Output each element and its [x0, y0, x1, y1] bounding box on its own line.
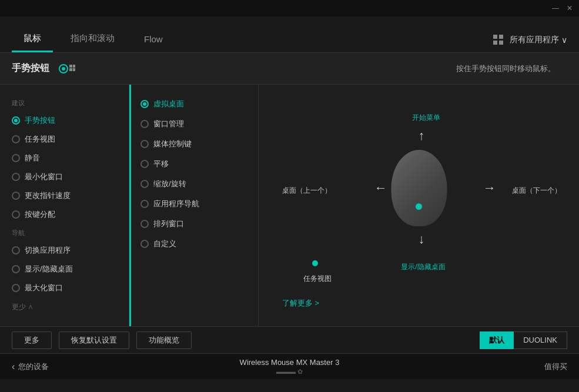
- radio-show-hide-desktop: [12, 265, 20, 273]
- device-back-button[interactable]: ‹ 您的设备: [12, 361, 49, 372]
- section-header: 手势按钮 按住手势按钮同时移动鼠标。: [0, 53, 579, 85]
- label-show-hide-desktop: 显示/隐藏桌面: [401, 262, 445, 272]
- list-item-task-view[interactable]: 任务视图: [0, 130, 129, 149]
- section-icons: [59, 62, 75, 75]
- list-item-minimize-window[interactable]: 最小化窗口: [0, 167, 129, 186]
- arrow-right: →: [483, 180, 496, 196]
- statusbar: ‹ 您的设备 Wireless Mouse MX Master 3 ▬▬▬ ✿ …: [0, 353, 579, 379]
- middle-item-app-nav[interactable]: 应用程序导航: [131, 194, 258, 214]
- device-name: Wireless Mouse MX Master 3 ▬▬▬ ✿: [240, 358, 340, 376]
- radio-gesture-button: [12, 116, 20, 125]
- list-item-show-hide-desktop[interactable]: 显示/隐藏桌面: [0, 260, 129, 279]
- radio-app-nav: [140, 200, 149, 208]
- radio-window-management: [140, 120, 149, 128]
- middle-item-zoom-rotate[interactable]: 缩放/旋转: [131, 174, 258, 194]
- middle-item-pan[interactable]: 平移: [131, 154, 258, 174]
- statusbar-right: 值得买: [544, 361, 567, 372]
- svg-rect-3: [73, 65, 75, 68]
- tab-flow[interactable]: Flow: [132, 28, 175, 52]
- middle-item-window-management[interactable]: 窗口管理: [131, 114, 258, 134]
- arrow-up: ↑: [418, 128, 424, 143]
- bottom-toolbar: 更多 恢复默认设置 功能概览 默认 DUOLINK: [0, 326, 579, 353]
- content-area: 建议 手势按钮 任务视图 静音 最小化窗口 更改指针速度 按键分配 导航: [0, 85, 579, 326]
- label-desktop-next: 桌面（下一个）: [512, 185, 561, 195]
- radio-mute: [12, 154, 20, 162]
- section-description: 按住手势按钮同时移动鼠标。: [456, 63, 555, 74]
- reset-button[interactable]: 恢复默认设置: [59, 331, 129, 349]
- section-header-row: 手势按钮 按住手势按钮同时移动鼠标。: [12, 62, 567, 75]
- app-selector-area: 所有应用程序 ∨: [493, 35, 567, 45]
- radio-change-pointer-speed: [12, 192, 20, 200]
- radio-maximize-window: [12, 284, 20, 292]
- right-panel: 开始菜单 ↑ 桌面（上一个） ← 桌面（下一个） → ↓ 显示/隐藏桌面 任务视…: [259, 85, 579, 326]
- radio-arrange-windows: [140, 220, 149, 228]
- list-item-change-pointer-speed[interactable]: 更改指针速度: [0, 186, 129, 205]
- list-item-key-assignment[interactable]: 按键分配: [0, 205, 129, 224]
- label-desktop-prev: 桌面（上一个）: [282, 185, 332, 195]
- top-navigation: 鼠标 指向和滚动 Flow 所有应用程序 ∨: [0, 16, 579, 53]
- mouse-body: [391, 150, 447, 226]
- close-button[interactable]: ✕: [565, 4, 574, 13]
- gesture-button-dot: [416, 203, 422, 210]
- category-navigation: 导航: [0, 226, 129, 241]
- middle-item-custom[interactable]: 自定义: [131, 234, 258, 254]
- radio-minimize-window: [12, 173, 20, 181]
- middle-item-media-control[interactable]: 媒体控制键: [131, 134, 258, 154]
- svg-rect-5: [73, 68, 75, 71]
- radio-switch-app: [12, 246, 20, 254]
- titlebar: — ✕: [0, 0, 579, 16]
- learn-more-link[interactable]: 了解更多 >: [282, 298, 319, 309]
- grid-view-icon[interactable]: [493, 35, 504, 45]
- duolink-button[interactable]: DUOLINK: [514, 331, 567, 349]
- list-item-switch-app[interactable]: 切换应用程序: [0, 241, 129, 260]
- app-selector[interactable]: 所有应用程序 ∨: [510, 35, 567, 45]
- tab-pointing[interactable]: 指向和滚动: [59, 27, 126, 52]
- middle-item-arrange-windows[interactable]: 排列窗口: [131, 214, 258, 234]
- category-suggestions: 建议: [0, 96, 129, 111]
- radio-virtual-desktop: [140, 100, 149, 108]
- middle-panel: 虚拟桌面 窗口管理 媒体控制键 平移 缩放/旋转 应用程序导航 排列窗口 自定: [129, 85, 259, 326]
- list-item-gesture-button[interactable]: 手势按钮: [0, 111, 129, 130]
- radio-key-assignment: [12, 210, 20, 219]
- toolbar-right: 默认 DUOLINK: [480, 331, 567, 349]
- more-less-toggle[interactable]: 更少 ∧: [0, 297, 129, 317]
- minimize-button[interactable]: —: [551, 4, 560, 13]
- arrow-down: ↓: [418, 232, 424, 247]
- label-task-view: 任务视图: [303, 274, 332, 284]
- more-button[interactable]: 更多: [12, 331, 52, 349]
- tab-mouse[interactable]: 鼠标: [12, 27, 53, 52]
- arrow-left: ←: [374, 180, 387, 196]
- gesture-icon: [59, 62, 75, 75]
- radio-zoom-rotate: [140, 180, 149, 188]
- radio-media-control: [140, 140, 149, 148]
- taskview-dot: [312, 260, 318, 266]
- svg-rect-2: [69, 65, 72, 68]
- svg-rect-4: [69, 68, 72, 71]
- overview-button[interactable]: 功能概览: [136, 331, 192, 349]
- radio-pan: [140, 160, 149, 168]
- label-start-menu: 开始菜单: [412, 113, 440, 123]
- list-item-mute[interactable]: 静音: [0, 149, 129, 167]
- back-arrow-icon: ‹: [12, 361, 15, 372]
- radio-task-view: [12, 135, 20, 143]
- section-title: 手势按钮: [12, 62, 49, 75]
- svg-point-1: [62, 67, 65, 71]
- list-item-maximize-window[interactable]: 最大化窗口: [0, 279, 129, 297]
- gesture-diagram: 开始菜单 ↑ 桌面（上一个） ← 桌面（下一个） → ↓ 显示/隐藏桌面 任务视…: [270, 96, 567, 314]
- radio-custom: [140, 240, 149, 248]
- middle-item-virtual-desktop[interactable]: 虚拟桌面: [131, 94, 258, 114]
- default-button[interactable]: 默认: [480, 331, 514, 349]
- left-panel: 建议 手势按钮 任务视图 静音 最小化窗口 更改指针速度 按键分配 导航: [0, 85, 129, 326]
